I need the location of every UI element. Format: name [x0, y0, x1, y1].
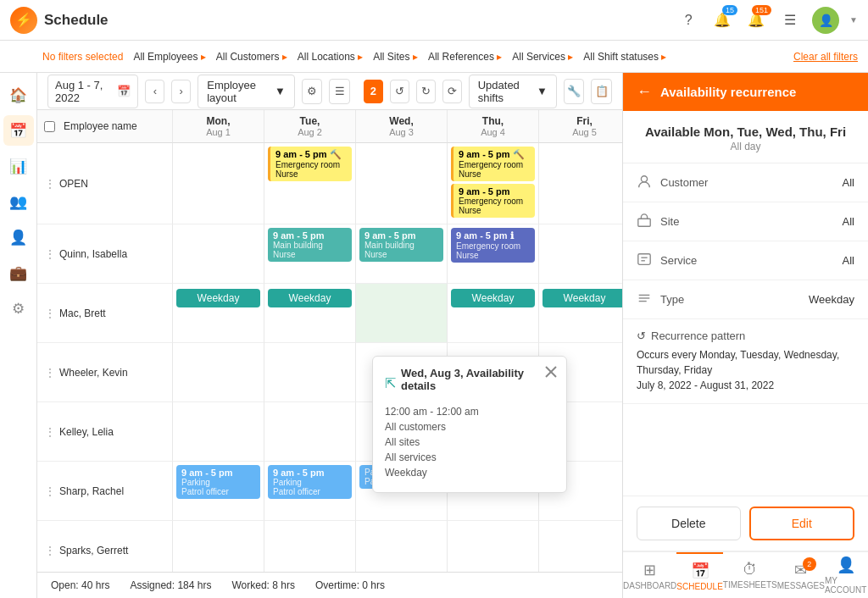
nav-schedule-label: SCHEDULE	[676, 582, 722, 591]
updated-shifts-dropdown[interactable]: Updated shifts ▼	[469, 75, 557, 108]
open-tue[interactable]: 9 am - 5 pm 🔨 Emergency room Nurse	[264, 143, 356, 224]
sidebar-icon-chart[interactable]: 📊	[3, 151, 34, 181]
date-range-picker[interactable]: Aug 1 - 7, 2022 📅	[47, 75, 138, 108]
popup-close-button[interactable]	[542, 363, 559, 380]
undo-button[interactable]: ↺	[390, 80, 409, 103]
services-filter[interactable]: All Services ▸	[512, 51, 573, 63]
shift-card[interactable]: 9 am - 5 pm Main building Nurse	[359, 228, 443, 262]
row-menu-quinn[interactable]: ⋮	[44, 247, 56, 261]
shift-card[interactable]: 9 am - 5 pm ℹ Emergency room Nurse	[451, 228, 535, 263]
customers-filter[interactable]: All Customers ▸	[216, 51, 287, 63]
select-all-checkbox[interactable]	[44, 121, 55, 132]
availability-bar[interactable]: Weekday	[176, 289, 260, 307]
mac-fri[interactable]: Weekday	[539, 284, 622, 343]
locations-filter[interactable]: All Locations ▸	[298, 51, 363, 63]
popup-sites: All sites	[385, 436, 554, 448]
delete-button[interactable]: Delete	[637, 507, 741, 540]
row-menu-mac[interactable]: ⋮	[44, 307, 56, 320]
availability-bar[interactable]: Weekday	[268, 289, 352, 307]
quinn-thu[interactable]: 9 am - 5 pm ℹ Emergency room Nurse	[448, 224, 539, 284]
clear-all-filters[interactable]: Clear all filters	[793, 51, 858, 63]
recurrence-icon: ↺	[637, 329, 646, 342]
row-menu-open[interactable]: ⋮	[44, 177, 56, 191]
alerts-button[interactable]: 🔔 151	[744, 8, 768, 32]
page-title: Schedule	[44, 12, 670, 29]
no-filters[interactable]: No filters selected	[42, 51, 123, 63]
svg-point-2	[641, 176, 647, 182]
prev-week-button[interactable]: ‹	[145, 80, 164, 103]
svg-rect-4	[638, 254, 650, 265]
next-week-button[interactable]: ›	[171, 80, 191, 103]
calendar-icon: 📅	[117, 85, 131, 97]
chevron-down-icon: ▼	[275, 85, 286, 97]
sparks-fri	[539, 521, 622, 572]
wrench-button[interactable]: 🔧	[564, 79, 585, 104]
nav-my-account[interactable]: 👤 MY ACCOUNT	[825, 552, 868, 598]
open-thu[interactable]: 9 am - 5 pm 🔨 Emergency room Nurse 9 am …	[448, 143, 539, 224]
nav-my-account-label: MY ACCOUNT	[825, 576, 868, 595]
shift-card[interactable]: 9 am - 5 pm Emergency room Nurse	[451, 184, 535, 218]
type-value: Weekday	[809, 293, 854, 306]
notifications-button[interactable]: 🔔 15	[710, 8, 734, 32]
sidebar-icon-calendar[interactable]: 📅	[3, 115, 34, 146]
shift-card[interactable]: 9 am - 5 pm 🔨 Emergency room Nurse	[268, 147, 352, 181]
shift-card[interactable]: 9 am - 5 pm Parking Patrol officer	[268, 465, 352, 499]
redo-button[interactable]: ↻	[416, 80, 436, 103]
list-view-button[interactable]: ☰	[329, 79, 350, 104]
availability-bar[interactable]: Weekday	[451, 289, 535, 307]
right-panel: ← Availability recurrence Available Mon,…	[622, 73, 868, 598]
shift-card[interactable]: 9 am - 5 pm Parking Patrol officer	[176, 465, 260, 499]
employees-filter[interactable]: All Employees ▸	[133, 51, 205, 63]
customer-value: All	[843, 176, 854, 189]
mac-mon[interactable]: Weekday	[173, 284, 264, 343]
panel-back-button[interactable]: ←	[637, 83, 652, 101]
nav-messages[interactable]: 2 ✉ MESSAGES	[777, 552, 825, 598]
nav-timesheets[interactable]: ⏱ TIMESHEETS	[723, 552, 777, 598]
mac-tue[interactable]: Weekday	[264, 284, 356, 343]
open-label: Open: 40 hrs	[51, 579, 109, 591]
sharp-tue[interactable]: 9 am - 5 pm Parking Patrol officer	[264, 462, 356, 521]
panel-site-row: Site All	[623, 202, 868, 241]
app-logo: ⚡	[10, 7, 37, 34]
sidebar-icon-briefcase[interactable]: 💼	[3, 257, 34, 288]
notifications-badge: 15	[722, 5, 737, 15]
layout-selector[interactable]: Employee layout ▼	[198, 75, 295, 108]
sidebar-icon-settings[interactable]: ⚙	[3, 293, 34, 324]
sidebar-icon-people[interactable]: 👥	[3, 186, 34, 217]
quinn-wed[interactable]: 9 am - 5 pm Main building Nurse	[356, 224, 448, 284]
row-menu-wheeler[interactable]: ⋮	[44, 366, 56, 379]
row-menu-sparks[interactable]: ⋮	[44, 544, 56, 557]
quinn-tue[interactable]: 9 am - 5 pm Main building Nurse	[264, 224, 356, 284]
type-label: Type	[660, 293, 809, 306]
chevron-down-icon: ▼	[849, 15, 858, 25]
sites-filter[interactable]: All Sites ▸	[373, 51, 418, 63]
export-button[interactable]: 📋	[591, 79, 612, 104]
refresh-button[interactable]: ⟳	[442, 80, 462, 103]
nav-schedule[interactable]: 📅 SCHEDULE	[676, 552, 722, 598]
availability-bar[interactable]: Weekday	[542, 289, 622, 307]
shift-card[interactable]: 9 am - 5 pm Main building Nurse	[268, 228, 352, 262]
open-wed	[356, 143, 448, 224]
avatar[interactable]: 👤	[812, 7, 839, 34]
mac-thu[interactable]: Weekday	[448, 284, 539, 343]
shift-card[interactable]: 9 am - 5 pm 🔨 Emergency room Nurse	[451, 147, 535, 181]
sharp-mon[interactable]: 9 am - 5 pm Parking Patrol officer	[173, 462, 264, 521]
row-menu-kelley[interactable]: ⋮	[44, 425, 56, 439]
open-value: 40 hrs	[81, 579, 109, 591]
nav-dashboard[interactable]: ⊞ DASHBOARD	[623, 552, 676, 598]
shift-statuses-filter[interactable]: All Shift statuses ▸	[583, 51, 666, 63]
edit-button[interactable]: Edit	[749, 507, 855, 540]
references-filter[interactable]: All References ▸	[428, 51, 502, 63]
sidebar-icon-person[interactable]: 👤	[3, 222, 34, 252]
employee-sharp: ⋮ Sharp, Rachel	[37, 462, 173, 521]
site-icon	[637, 213, 660, 230]
menu-button[interactable]: ☰	[778, 8, 802, 32]
settings-button[interactable]: ⚙	[302, 79, 323, 104]
sidebar-icon-home[interactable]: 🏠	[3, 80, 34, 110]
mac-wed[interactable]	[356, 284, 448, 343]
row-menu-sharp[interactable]: ⋮	[44, 484, 56, 498]
day-header-fri: Fri, Aug 5	[539, 110, 622, 143]
popup-customers: All customers	[385, 421, 554, 433]
day-header-wed: Wed, Aug 3	[356, 110, 448, 143]
help-button[interactable]: ?	[676, 8, 700, 32]
